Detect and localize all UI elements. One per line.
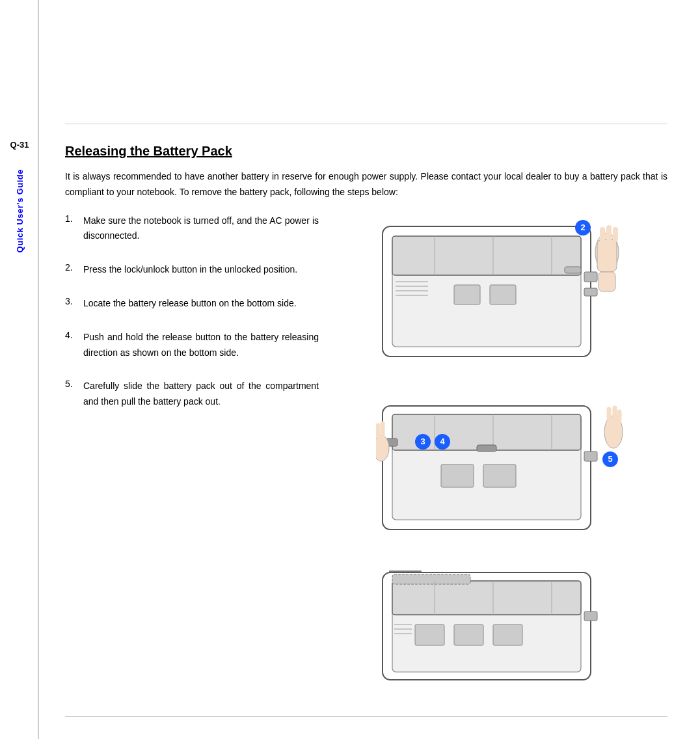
diagram-2-wrapper: 3 4 5 [376, 396, 623, 541]
top-space [65, 26, 667, 124]
svg-rect-11 [490, 285, 516, 304]
step-4-text: Push and hold the release button to the … [83, 330, 319, 361]
diagram-1-wrapper: 2 [376, 213, 623, 378]
svg-rect-48 [493, 625, 522, 645]
svg-rect-49 [584, 611, 597, 621]
svg-rect-42 [392, 574, 470, 584]
content-body: 1. Make sure the notebook is turned off,… [65, 213, 667, 703]
steps-column: 1. Make sure the notebook is turned off,… [65, 213, 319, 703]
badge-5: 5 [602, 451, 618, 467]
step-4-number: 4. [65, 330, 78, 340]
sidebar: Q-31 Quick User's Guide [0, 0, 39, 739]
svg-rect-12 [584, 272, 597, 282]
svg-rect-19 [599, 272, 615, 291]
step-5-number: 5. [65, 379, 78, 389]
svg-rect-20 [565, 267, 581, 273]
svg-point-32 [376, 435, 389, 461]
svg-rect-2 [392, 236, 581, 275]
svg-rect-46 [415, 625, 444, 645]
step-3-text: Locate the battery release button on the… [83, 296, 297, 312]
page-number: Q-31 [0, 140, 39, 150]
svg-rect-29 [441, 464, 474, 487]
step-1-number: 1. [65, 213, 78, 224]
svg-rect-10 [454, 285, 480, 304]
badge-2: 2 [575, 220, 591, 235]
step-5-text: Carefully slide the battery pack out of … [83, 379, 319, 410]
step-3: 3. Locate the battery release button on … [65, 296, 319, 312]
step-2-number: 2. [65, 262, 78, 273]
section-title: Releasing the Battery Pack [65, 144, 667, 159]
top-divider [65, 124, 667, 124]
step-1: 1. Make sure the notebook is turned off,… [65, 213, 319, 245]
step-2-text: Press the lock/unlock button in the unlo… [83, 262, 297, 278]
diagram-3-wrapper [376, 559, 623, 692]
sidebar-label-wrapper: Quick User's Guide [0, 169, 39, 252]
badge-4: 4 [435, 434, 450, 450]
bottom-divider [65, 716, 667, 717]
svg-rect-47 [454, 625, 483, 645]
guide-label: Quick User's Guide [15, 169, 25, 252]
intro-text: It is always recommended to have another… [65, 169, 667, 200]
svg-rect-41 [392, 581, 581, 615]
step-1-text: Make sure the notebook is turned off, an… [83, 213, 319, 245]
svg-rect-28 [477, 445, 496, 451]
step-4: 4. Push and hold the release button to t… [65, 330, 319, 361]
main-content: Releasing the Battery Pack It is always … [39, 0, 700, 739]
svg-rect-30 [483, 464, 516, 487]
diagram-3 [376, 559, 623, 690]
step-2: 2. Press the lock/unlock button in the u… [65, 262, 319, 278]
badge-3: 3 [415, 434, 431, 450]
svg-rect-13 [584, 288, 597, 296]
svg-rect-31 [584, 451, 597, 461]
svg-rect-15 [597, 239, 617, 272]
step-3-number: 3. [65, 296, 78, 306]
images-column: 2 [319, 213, 667, 703]
step-5: 5. Carefully slide the battery pack out … [65, 379, 319, 410]
diagram-1 [376, 213, 623, 376]
diagram-2 [376, 396, 623, 539]
